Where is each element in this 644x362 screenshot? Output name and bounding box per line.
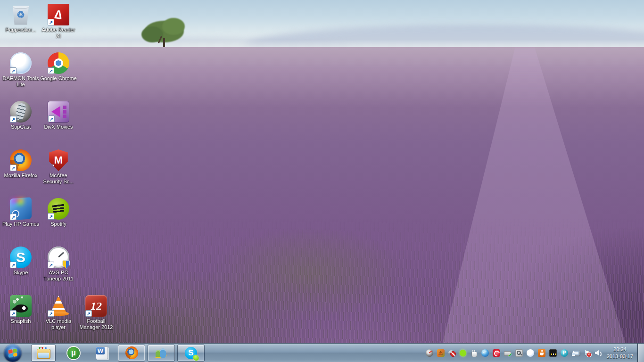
taskbar-word-button[interactable]: W: [92, 345, 111, 362]
shortcut-arrow-icon: ↗: [48, 67, 54, 74]
desktop-icon-adobe-reader[interactable]: ↗Adobe Reader XI: [40, 4, 77, 39]
desktop-icon-sopcast[interactable]: ↗SopCast: [2, 101, 40, 130]
shortcut-arrow-icon: ↗: [48, 262, 54, 268]
shortcut-arrow-icon: ↗: [85, 310, 92, 317]
skype-icon: S: [185, 347, 197, 359]
shortcut-arrow-icon: ↗: [48, 165, 54, 171]
taskbar-messenger-button[interactable]: [148, 345, 175, 362]
spotify-icon: ↗: [48, 198, 69, 220]
taskbar-buttons: µWS: [25, 344, 205, 362]
desktop-icon-spotify[interactable]: ↗Spotify: [40, 198, 77, 227]
desktop-icon-label: Papperskor...: [2, 27, 40, 33]
desktop-icon-label: Skype: [2, 270, 40, 276]
desktop-icons: ♻Papperskor...↗Adobe Reader XI↗DAEMON To…: [2, 0, 134, 343]
word-icon: W: [96, 346, 108, 359]
skype-icon: S↗: [10, 247, 32, 268]
tray-red-swirl-av-icon[interactable]: [493, 349, 500, 357]
system-tray: P⚑: [426, 349, 602, 357]
tray-tuneup-gauge-icon[interactable]: [426, 349, 433, 357]
tray-teal-app-icon[interactable]: P: [561, 349, 568, 357]
tray-daemon-lightning-icon[interactable]: [527, 349, 534, 357]
mcafee-icon: M↗: [48, 149, 69, 171]
show-desktop-button[interactable]: [637, 344, 644, 362]
divx-movies-icon: ↗: [48, 101, 69, 123]
desktop-icon-label: SopCast: [2, 124, 40, 130]
football-manager-icon: 12↗: [85, 295, 107, 317]
tray-skype-online-icon[interactable]: [459, 349, 467, 357]
shortcut-arrow-icon: ↗: [48, 213, 54, 220]
shortcut-arrow-icon: ↗: [48, 115, 55, 122]
desktop-icon-label: Spotify: [40, 221, 77, 227]
tray-key-tool-icon[interactable]: [515, 349, 523, 357]
clock[interactable]: 20:24 2013-03-17: [602, 346, 637, 360]
shortcut-arrow-icon: ↗: [10, 310, 17, 317]
play-hp-games-icon: ↗: [10, 197, 32, 220]
desktop-icon-recycle-bin[interactable]: ♻Papperskor...: [2, 4, 40, 33]
taskbar: µWS P⚑ 20:24 2013-03-17: [0, 343, 644, 362]
desktop-icon-label: Mozilla Firefox: [2, 173, 40, 179]
firefox-icon: [125, 346, 138, 359]
desktop-icon-avg-pc-tuneup[interactable]: ↗AVG PC Tuneup 2011: [40, 247, 77, 282]
daemon-tools-icon: ↗: [10, 52, 32, 74]
shortcut-arrow-icon: ↗: [10, 262, 17, 268]
tray-java-icon[interactable]: [538, 349, 545, 357]
desktop-icon-label: AVG PC Tuneup 2011: [40, 270, 77, 282]
sopcast-icon: ↗: [10, 101, 32, 123]
desktop-icon-label: Play HP Games: [2, 221, 40, 227]
utorrent-icon: µ: [67, 347, 80, 359]
desktop-icon-label: DAEMON Tools Lite: [2, 75, 40, 88]
desktop-icon-skype[interactable]: S↗Skype: [2, 247, 40, 276]
tray-avg-alert-icon[interactable]: [437, 349, 445, 357]
vlc-icon: ↗: [48, 295, 69, 317]
shortcut-arrow-icon: ↗: [48, 310, 54, 317]
desktop-icon-mozilla-firefox[interactable]: ↗Mozilla Firefox: [2, 149, 40, 179]
tray-blue-globe-icon[interactable]: [481, 349, 489, 357]
tray-volume-icon[interactable]: [594, 349, 602, 357]
taskbar-utorrent-button[interactable]: µ: [64, 345, 83, 362]
tray-keyboard-app-icon[interactable]: [549, 349, 557, 357]
recycle-bin-icon: ♻: [10, 4, 32, 25]
tray-network-icon[interactable]: [572, 349, 579, 357]
desktop-icon-vlc[interactable]: ↗VLC media player: [40, 295, 77, 330]
snapfish-icon: ↗: [10, 295, 32, 317]
shortcut-arrow-icon: ↗: [10, 116, 17, 123]
taskbar-firefox-button[interactable]: [118, 345, 145, 362]
desktop-icon-label: Snapfish: [2, 318, 40, 324]
google-chrome-icon: ↗: [48, 52, 69, 74]
windows-logo-icon: [8, 348, 17, 357]
desktop-icon-label: McAfee Security Sc...: [40, 173, 77, 185]
tray-printer-ok-icon[interactable]: [504, 349, 512, 357]
desktop-icon-mcafee[interactable]: M↗McAfee Security Sc...: [40, 149, 77, 185]
desktop-icon-google-chrome[interactable]: ↗Google Chrome: [40, 52, 77, 82]
desktop-icon-football-manager[interactable]: 12↗Football Manager 2012: [77, 295, 115, 330]
tray-power-plug-icon[interactable]: [470, 349, 478, 357]
avg-pc-tuneup-icon: ↗: [48, 247, 69, 268]
tray-wireless-disabled-icon[interactable]: [448, 349, 456, 357]
explorer-icon: [36, 346, 50, 360]
desktop-icon-label: Adobe Reader XI: [40, 27, 77, 39]
messenger-icon: [155, 346, 168, 360]
shortcut-arrow-icon: ↗: [48, 19, 54, 25]
desktop-icon-play-hp-games[interactable]: ↗Play HP Games: [2, 198, 40, 227]
desktop-icon-label: Football Manager 2012: [77, 318, 115, 330]
shortcut-arrow-icon: ↗: [10, 165, 17, 171]
adobe-reader-icon: ↗: [48, 4, 69, 25]
taskbar-skype-button[interactable]: S: [177, 345, 205, 362]
desktop-icon-label: VLC media player: [40, 318, 77, 330]
desktop-icon-label: DivX Movies: [40, 124, 77, 130]
desktop: ♻Papperskor...↗Adobe Reader XI↗DAEMON To…: [0, 0, 644, 362]
clock-time: 20:24: [607, 346, 633, 353]
shortcut-arrow-icon: ↗: [10, 67, 17, 74]
clock-date: 2013-03-17: [607, 353, 633, 360]
mozilla-firefox-icon: ↗: [10, 149, 32, 171]
taskbar-explorer-button[interactable]: [31, 345, 56, 362]
shortcut-arrow-icon: ↗: [10, 214, 17, 221]
lone-tree: [141, 17, 187, 50]
tray-action-center-icon[interactable]: ⚑: [583, 349, 591, 357]
desktop-icon-label: Google Chrome: [40, 75, 77, 82]
desktop-icon-divx-movies[interactable]: ↗DivX Movies: [40, 101, 77, 130]
desktop-icon-daemon-tools[interactable]: ↗DAEMON Tools Lite: [2, 52, 40, 88]
start-button[interactable]: [4, 344, 22, 362]
desktop-icon-snapfish[interactable]: ↗Snapfish: [2, 295, 40, 324]
